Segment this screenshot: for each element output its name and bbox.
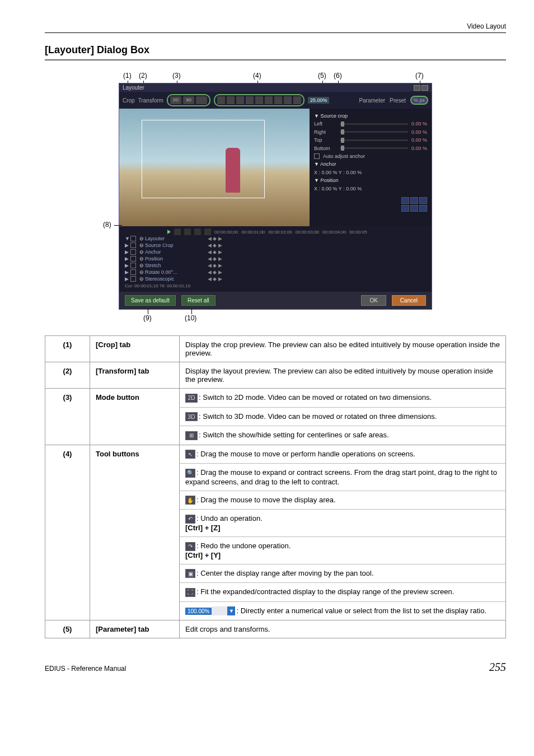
callout-6: (6) bbox=[334, 72, 342, 80]
nudge-arrows[interactable] bbox=[314, 197, 427, 212]
transform-tab[interactable]: Transform bbox=[138, 97, 163, 104]
dialog-titlebar: Layouter bbox=[119, 83, 432, 92]
pan-icon: ✋ bbox=[185, 496, 195, 505]
callout-3: (3) bbox=[172, 72, 181, 80]
undo-icon[interactable] bbox=[255, 96, 263, 104]
pointer-icon: ↖ bbox=[185, 450, 195, 459]
undo-icon: ↶ bbox=[185, 515, 195, 524]
timeline-area: 00:00:00;00 00:00:01;00 00:00:02;00 00:0… bbox=[119, 226, 432, 292]
layouter-dialog: Layouter Crop Transform 2D 3D bbox=[119, 83, 432, 310]
reset-all-button[interactable]: Reset all bbox=[181, 295, 216, 306]
timeline-tracks: ▼⊖Layouter◀ ◆ ▶ ▶⊖Source Crop◀ ◆ ▶ ▶⊖Anc… bbox=[125, 235, 432, 282]
table-row: (4) Tool buttons ↖: Drag the mouse to mo… bbox=[45, 445, 506, 620]
callout-5: (5) bbox=[318, 72, 326, 80]
crop-tab[interactable]: Crop bbox=[123, 97, 135, 104]
preview-frame bbox=[142, 120, 265, 198]
redo-icon: ↷ bbox=[185, 542, 195, 551]
save-default-button[interactable]: Save as default bbox=[125, 295, 176, 306]
tl-icon[interactable] bbox=[184, 228, 191, 235]
row-label: Tool buttons bbox=[90, 445, 180, 620]
divider-icon bbox=[246, 96, 254, 104]
row-desc: 2D: Switch to 2D mode. Video can be move… bbox=[180, 389, 506, 445]
callout-7: (7) bbox=[415, 72, 424, 80]
callout-8: (8) bbox=[103, 221, 111, 228]
guides-icon: ⊞ bbox=[185, 431, 198, 440]
callout-1: (1) bbox=[123, 72, 132, 80]
auto-anchor-checkbox[interactable]: Auto adjust anchor bbox=[323, 152, 365, 160]
redo-icon[interactable] bbox=[265, 96, 273, 104]
center-icon: ▣ bbox=[185, 569, 195, 578]
row-number: (5) bbox=[45, 620, 90, 638]
row-desc: Display the layout preview. The preview … bbox=[180, 362, 506, 389]
parameter-tab[interactable]: Parameter bbox=[359, 97, 385, 104]
pointer-icon[interactable] bbox=[217, 96, 225, 104]
parameter-header: Parameter Preset % px bbox=[359, 96, 428, 105]
tl-icon[interactable] bbox=[174, 228, 181, 235]
row-desc: Edit crops and transforms. bbox=[180, 620, 506, 638]
play-icon[interactable] bbox=[167, 230, 171, 234]
minimize-icon[interactable] bbox=[414, 85, 420, 91]
callout-row-top: (1) (2) (3) (4) (5) (6) (7) bbox=[119, 72, 432, 83]
row-label: Mode button bbox=[90, 389, 180, 445]
top-slider[interactable] bbox=[340, 139, 408, 141]
magnify-icon: 🔍 bbox=[185, 469, 195, 478]
row-number: (2) bbox=[45, 362, 90, 389]
magnify-icon[interactable] bbox=[227, 96, 235, 104]
row-label: [Parameter] tab bbox=[90, 620, 180, 638]
preview-subject bbox=[226, 148, 240, 193]
callout-2: (2) bbox=[139, 72, 147, 80]
callout-10: (10) bbox=[185, 314, 196, 322]
mode-3d-icon[interactable]: 3D bbox=[183, 96, 194, 104]
right-slider[interactable] bbox=[340, 131, 408, 133]
table-row: (2) [Transform] tab Display the layout p… bbox=[45, 362, 506, 389]
title-underline bbox=[45, 59, 506, 60]
dialog-toolbar: Crop Transform 2D 3D 25.00% Para bbox=[119, 92, 432, 109]
window-controls[interactable] bbox=[414, 85, 428, 91]
table-row: (3) Mode button 2D: Switch to 2D mode. V… bbox=[45, 389, 506, 445]
description-table: (1) [Crop] tab Display the crop preview.… bbox=[45, 335, 506, 638]
footer-manual-name: EDIUS - Reference Manual bbox=[45, 665, 126, 673]
center-icon[interactable] bbox=[284, 96, 292, 104]
timeline-cursor-info: Cur: 00:00:01;10 Ttl: 00:00:01;10 bbox=[125, 282, 432, 290]
table-row: (5) [Parameter] tab Edit crops and trans… bbox=[45, 620, 506, 638]
ok-button[interactable]: OK bbox=[361, 295, 386, 306]
row-label: [Transform] tab bbox=[90, 362, 180, 389]
pan-icon[interactable] bbox=[236, 96, 244, 104]
tl-icon[interactable] bbox=[204, 228, 211, 235]
divider-icon bbox=[274, 96, 282, 104]
left-slider[interactable] bbox=[340, 123, 408, 125]
mode-3d-icon: 3D bbox=[185, 412, 198, 421]
row-desc: ↖: Drag the mouse to move or perform han… bbox=[180, 445, 506, 620]
header-breadcrumb: Video Layout bbox=[45, 22, 506, 33]
callout-row-bottom: (9) (10) bbox=[119, 310, 432, 322]
fit-icon[interactable] bbox=[293, 96, 301, 104]
cancel-button[interactable]: Cancel bbox=[392, 295, 426, 306]
row-desc: Display the crop preview. The preview ca… bbox=[180, 336, 506, 362]
close-icon[interactable] bbox=[421, 85, 428, 91]
dialog-main-row: ▼ Source crop Left0.00 % Right0.00 % Top… bbox=[119, 109, 432, 226]
row-number: (3) bbox=[45, 389, 90, 445]
dialog-screenshot: (1) (2) (3) (4) (5) (6) (7) Layouter Cro… bbox=[119, 72, 432, 322]
section-title: [Layouter] Dialog Box bbox=[45, 44, 506, 56]
bottom-slider[interactable] bbox=[340, 147, 408, 149]
dialog-title: Layouter bbox=[123, 85, 144, 91]
preset-tab[interactable]: Preset bbox=[390, 97, 406, 104]
undo-shortcut: [Ctrl] + [Z] bbox=[185, 524, 220, 532]
footer-page-number: 255 bbox=[489, 661, 506, 674]
px-mode-toggle[interactable]: % px bbox=[410, 96, 428, 105]
tool-button-group bbox=[214, 94, 305, 106]
mode-button-group: 2D 3D bbox=[167, 94, 210, 106]
mode-2d-icon[interactable]: 2D bbox=[170, 96, 181, 104]
source-crop-header: ▼ Source crop bbox=[314, 112, 427, 120]
row-number: (4) bbox=[45, 445, 90, 620]
zoom-value[interactable]: 25.00% bbox=[308, 97, 330, 104]
zoom-ratio-control: 100.00%▼ bbox=[185, 606, 235, 615]
tl-icon[interactable] bbox=[194, 228, 201, 235]
guides-icon[interactable] bbox=[196, 96, 207, 104]
row-number: (1) bbox=[45, 336, 90, 362]
redo-shortcut: [Ctrl] + [Y] bbox=[185, 551, 221, 559]
fit-icon: ⛶ bbox=[185, 588, 195, 597]
parameter-panel: ▼ Source crop Left0.00 % Right0.00 % Top… bbox=[310, 109, 432, 226]
preview-area[interactable] bbox=[119, 109, 310, 226]
table-row: (1) [Crop] tab Display the crop preview.… bbox=[45, 336, 506, 362]
